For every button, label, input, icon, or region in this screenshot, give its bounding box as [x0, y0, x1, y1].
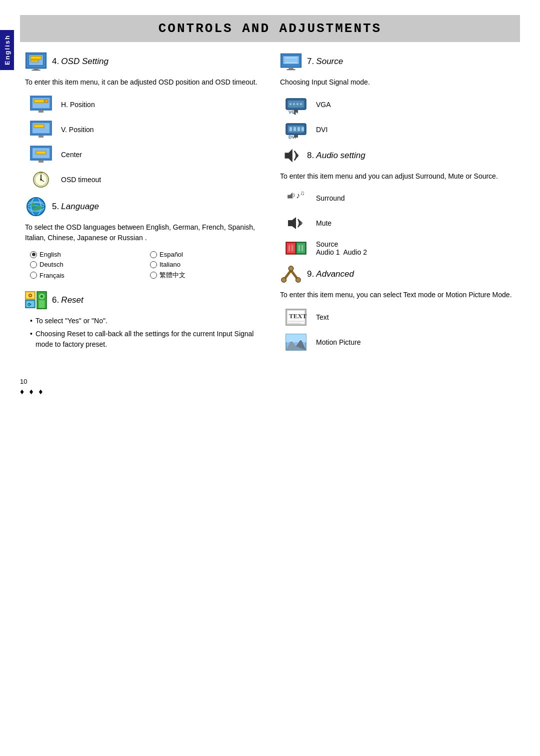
radio-deutsch[interactable]: Deutsch — [30, 261, 140, 268]
radio-chinese-label: 繁體中文 — [160, 271, 186, 280]
svg-rect-50 — [286, 69, 295, 70]
h-position-label: H. Position — [61, 101, 95, 109]
osd-timeout-item: OSD timeout — [30, 170, 260, 189]
svg-rect-78 — [298, 245, 300, 251]
svg-marker-67 — [285, 149, 292, 162]
radio-deutsch-label: Deutsch — [40, 261, 64, 268]
v-position-label: V. Position — [61, 126, 94, 134]
source-icon — [280, 52, 302, 71]
source-desc: Choosing Input Signal mode. — [280, 77, 515, 88]
audio-source-icon — [285, 239, 307, 258]
svg-rect-19 — [38, 160, 44, 163]
dvi-item: DVI DVI — [285, 120, 515, 139]
language-title: 5. Language — [52, 202, 99, 212]
osd-setting-desc: To enter this item menu, it can be adjus… — [25, 77, 260, 88]
svg-rect-64 — [302, 127, 304, 131]
surround-item: ♪ ♫ Surround — [285, 189, 515, 208]
svg-rect-62 — [294, 127, 296, 131]
svg-marker-68 — [288, 193, 292, 199]
mute-label: Mute — [316, 219, 332, 227]
vga-label: VGA — [316, 101, 331, 109]
reset-icon: ⟳ — [25, 291, 47, 310]
svg-rect-15 — [38, 135, 44, 138]
language-desc: To select the OSD languages between Engl… — [25, 222, 260, 244]
svg-text:♫: ♫ — [300, 190, 304, 197]
radio-espanol-label: Español — [160, 251, 183, 258]
motion-picture-label: Motion Picture — [316, 338, 360, 346]
osd-setting-header: 4. OSD Setting — [25, 52, 260, 71]
audio-source-item: SourceAudio 1 Audio 2 — [285, 239, 515, 258]
svg-point-56 — [300, 103, 302, 105]
svg-point-83 — [296, 278, 301, 283]
osd-setting-icon — [25, 52, 47, 71]
svg-rect-42 — [39, 300, 44, 308]
osd-timeout-label: OSD timeout — [61, 176, 101, 184]
radio-deutsch-circle — [30, 261, 37, 268]
radio-francais[interactable]: Français — [30, 271, 140, 280]
v-position-item: ↕ V. Position — [30, 120, 260, 139]
radio-italiano[interactable]: Italiano — [150, 261, 260, 268]
svg-point-32 — [33, 208, 37, 211]
audio-setting-desc: To enter this item menu and you can adju… — [280, 171, 515, 182]
center-item: Center — [30, 145, 260, 164]
svg-rect-25 — [40, 172, 42, 173]
text-mode-label: Text — [316, 313, 329, 321]
language-tab: English — [0, 30, 14, 70]
surround-label: Surround — [316, 194, 345, 202]
advanced-header: 9. Advanced — [280, 265, 515, 284]
radio-english[interactable]: English — [30, 251, 140, 258]
svg-rect-3 — [30, 60, 38, 62]
text-mode-icon: TEXT — [285, 308, 307, 327]
svg-rect-79 — [302, 245, 303, 251]
svg-rect-63 — [298, 127, 300, 131]
bullet-dot-2: • — [30, 329, 32, 350]
radio-chinese-circle — [150, 272, 157, 279]
radio-chinese[interactable]: 繁體中文 — [150, 271, 260, 280]
svg-rect-76 — [288, 245, 290, 251]
svg-rect-58 — [294, 110, 298, 113]
dvi-label: DVI — [316, 126, 328, 134]
reset-bullets: • To select "Yes" or "No". • Choosing Re… — [30, 316, 260, 350]
svg-rect-2 — [30, 56, 41, 59]
footer-dots: ♦ ♦ ♦ — [20, 387, 520, 396]
audio-setting-icon — [280, 146, 302, 165]
left-column: 4. OSD Setting To enter this item menu, … — [20, 42, 270, 368]
language-radio-group: English Español Deutsch Italiano Françai… — [30, 251, 260, 280]
audio-setting-header: 8. Audio setting — [280, 146, 515, 165]
right-column: 7. Source Choosing Input Signal mode. V — [270, 42, 520, 368]
svg-rect-5 — [32, 70, 40, 71]
v-position-icon: ↕ — [30, 120, 52, 139]
svg-point-24 — [40, 179, 42, 181]
radio-italiano-circle — [150, 261, 157, 268]
vga-icon: VGA — [285, 95, 307, 114]
svg-rect-10 — [38, 110, 44, 113]
osd-setting-title: 4. OSD Setting — [52, 57, 108, 67]
reset-bullet-1: • To select "Yes" or "No". — [30, 316, 260, 327]
svg-point-31 — [36, 206, 42, 210]
advanced-desc: To enter this item menu, you can select … — [280, 290, 515, 301]
svg-rect-46 — [285, 57, 298, 63]
mute-item: Mute — [285, 214, 515, 233]
audio-setting-title: 8. Audio setting — [307, 151, 366, 161]
radio-francais-label: Français — [40, 272, 64, 279]
svg-rect-61 — [290, 127, 292, 131]
radio-english-label: English — [40, 251, 61, 258]
svg-rect-13 — [34, 125, 44, 128]
motion-picture-item: Motion Picture — [285, 333, 515, 352]
vga-item: VGA VGA — [285, 95, 515, 114]
motion-picture-icon — [285, 333, 307, 352]
source-header: 7. Source — [280, 52, 515, 71]
reset-header: ⟳ 6. Reset — [25, 291, 260, 310]
radio-francais-circle — [30, 272, 37, 279]
advanced-icon — [280, 265, 302, 284]
bullet-dot-1: • — [30, 316, 32, 327]
svg-rect-91 — [286, 334, 306, 342]
page-title: CONTROLS AND ADJUSTMENTS — [20, 15, 520, 42]
radio-italiano-label: Italiano — [160, 261, 180, 268]
audio-source-label: SourceAudio 1 Audio 2 — [316, 240, 367, 256]
svg-rect-73 — [287, 243, 295, 253]
radio-english-circle — [30, 251, 37, 258]
surround-icon: ♪ ♫ — [285, 189, 307, 208]
audio-source-text: SourceAudio 1 Audio 2 — [316, 240, 367, 256]
radio-espanol[interactable]: Español — [150, 251, 260, 258]
